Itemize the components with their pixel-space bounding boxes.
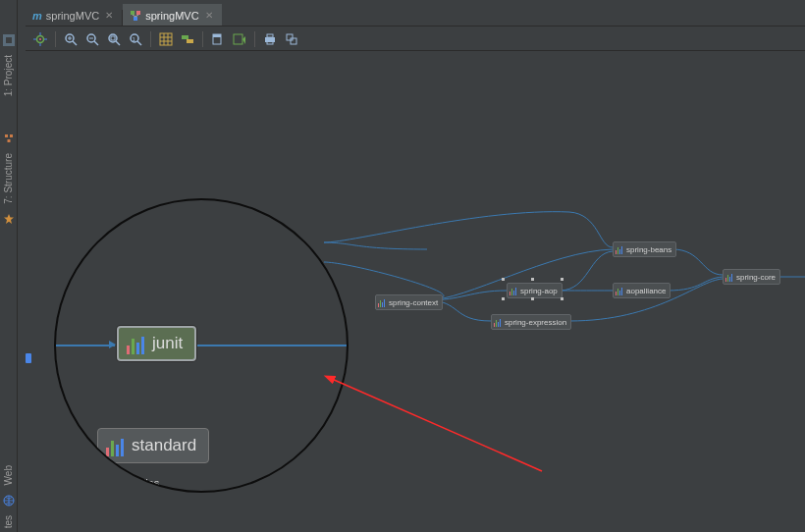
node-label: spring-beans — [626, 245, 671, 254]
editor-tab-bar: m springMVC ✕ springMVC ✕ — [26, 5, 805, 27]
zoom-fit-button[interactable] — [103, 29, 125, 49]
maven-icon: m — [32, 10, 42, 22]
partial-text: Files — [136, 477, 159, 489]
svg-rect-24 — [287, 34, 293, 40]
tab-label: springMVC — [46, 10, 99, 22]
node-spring-aop[interactable]: spring-aop — [507, 283, 563, 298]
favorites-tool-icon[interactable] — [2, 212, 16, 226]
selection-marker — [26, 353, 31, 363]
svg-rect-15 — [160, 33, 172, 45]
tab-label: springMVC — [145, 10, 198, 22]
toggle-grid-button[interactable] — [155, 29, 177, 49]
project-tool-icon[interactable] — [2, 33, 16, 47]
web-panel-label[interactable]: Web — [3, 465, 14, 485]
node-label: aopalliance — [626, 287, 666, 295]
node-junit-zoomed[interactable]: junit — [117, 326, 196, 361]
layout-auto-button[interactable] — [29, 29, 51, 49]
web-tool-icon[interactable] — [2, 494, 16, 507]
svg-rect-19 — [213, 34, 221, 37]
structure-tool-icon[interactable] — [2, 132, 16, 145]
svg-rect-5 — [136, 11, 140, 15]
svg-rect-4 — [131, 11, 134, 15]
favorites-panel-label[interactable]: tes — [3, 515, 14, 528]
svg-rect-1 — [6, 37, 12, 43]
magnify-lens: junit standard Files — [54, 198, 349, 493]
print-button[interactable] — [259, 29, 281, 49]
node-aopalliance[interactable]: aopalliance — [613, 283, 671, 298]
structure-panel-label[interactable]: 7: Structure — [3, 153, 14, 204]
svg-rect-6 — [134, 17, 137, 21]
node-label: spring-context — [389, 298, 438, 307]
node-spring-context[interactable]: spring-context — [375, 294, 443, 310]
export-image-button[interactable] — [229, 29, 250, 49]
node-label: junit — [152, 334, 183, 353]
toggle-labels-button[interactable] — [177, 29, 198, 49]
node-spring-core[interactable]: spring-core — [723, 269, 780, 285]
svg-marker-2 — [4, 214, 14, 224]
zoom-in-button[interactable] — [60, 29, 81, 49]
tab-springmvc-pom[interactable]: m springMVC ✕ — [26, 4, 122, 26]
svg-rect-25 — [291, 38, 296, 44]
close-icon[interactable]: ✕ — [105, 10, 113, 21]
svg-text:1: 1 — [133, 35, 136, 41]
node-spring-beans[interactable]: spring-beans — [613, 241, 676, 257]
zoom-out-button[interactable] — [81, 29, 103, 49]
zoom-reset-button[interactable]: 1 — [125, 29, 146, 49]
svg-rect-20 — [234, 34, 242, 44]
svg-rect-17 — [187, 39, 193, 43]
dependency-graph-canvas[interactable]: spring-context spring-aop aopalliance sp… — [20, 51, 805, 532]
diagram-toolbar: 1 — [26, 27, 805, 51]
close-icon[interactable]: ✕ — [205, 10, 213, 21]
svg-rect-22 — [267, 34, 273, 37]
svg-rect-23 — [267, 41, 273, 44]
export-button[interactable] — [207, 29, 229, 49]
project-panel-label[interactable]: 1: Project — [3, 55, 14, 96]
tab-springmvc-diagram[interactable]: springMVC ✕ — [123, 4, 221, 26]
node-spring-expression[interactable]: spring-expression — [491, 314, 571, 330]
svg-line-26 — [332, 379, 542, 471]
node-label: spring-core — [736, 273, 776, 282]
side-rail: 1: Project 7: Structure Web tes — [0, 0, 18, 532]
svg-point-8 — [39, 38, 41, 40]
settings-button[interactable] — [281, 29, 302, 49]
svg-rect-12 — [111, 36, 115, 40]
svg-point-11 — [109, 34, 117, 42]
node-label: spring-aop — [520, 287, 558, 295]
node-standard-zoomed[interactable]: standard — [97, 428, 209, 463]
node-label: standard — [132, 436, 196, 455]
node-label: spring-expression — [505, 318, 566, 327]
diagram-icon — [130, 10, 141, 22]
svg-rect-16 — [182, 35, 188, 39]
